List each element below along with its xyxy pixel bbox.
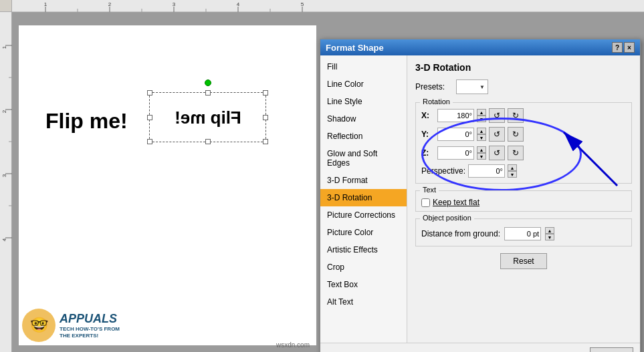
perspective-spin-down[interactable]: ▼ [508, 171, 517, 178]
y-rot-left[interactable]: ↺ [489, 127, 505, 142]
perspective-input[interactable] [468, 164, 505, 178]
ruler-top: 1 2 3 4 5 [0, 0, 644, 12]
menu-item-artistic-effects[interactable]: Artistic Effects [320, 241, 407, 258]
y-label: Y: [421, 130, 435, 139]
svg-text:5: 5 [301, 1, 304, 7]
handle-top-right[interactable] [263, 90, 268, 96]
ruler-v-svg: 1 2 3 4 [0, 12, 12, 352]
selection-box[interactable]: Flip me! [149, 92, 266, 142]
distance-input[interactable] [504, 227, 541, 240]
menu-item-text-box[interactable]: Text Box [320, 276, 407, 293]
menu-item-line-color[interactable]: Line Color [320, 75, 407, 93]
x-rot-right[interactable]: ↻ [508, 108, 524, 123]
rotation-section: Rotation X: ▲ ▼ ↺ ↻ [415, 102, 632, 184]
perspective-label: Perspective: [421, 166, 465, 176]
menu-item-glow-soft-edges[interactable]: Glow and Soft Edges [320, 145, 407, 172]
document-page: Flip me! Flip me! [19, 25, 316, 345]
handle-bot-left[interactable] [147, 139, 152, 144]
keep-text-flat-label[interactable]: Keep text flat [433, 198, 479, 207]
x-label: X: [421, 111, 435, 120]
handle-top-left[interactable] [147, 90, 152, 96]
reset-button[interactable]: Reset [500, 253, 546, 269]
menu-item-crop[interactable]: Crop [320, 258, 407, 276]
logo-icon: 🤓 [22, 309, 56, 342]
object-pos-title: Object position [420, 214, 474, 222]
svg-text:2: 2 [1, 110, 7, 113]
z-rot-right[interactable]: ↻ [508, 146, 524, 160]
menu-item-3d-format[interactable]: 3-D Format [320, 172, 407, 189]
svg-text:4: 4 [1, 238, 7, 241]
distance-spinner: ▲ ▼ [545, 227, 554, 240]
menu-item-picture-color[interactable]: Picture Color [320, 224, 407, 241]
flip-me-label: Flip me! [45, 109, 128, 134]
svg-text:1: 1 [1, 45, 7, 49]
menu-item-3d-rotation[interactable]: 3-D Rotation [320, 189, 407, 206]
svg-text:1: 1 [44, 1, 47, 7]
x-spin-up[interactable]: ▲ [477, 109, 486, 116]
logo-area: 🤓 APPUALS TECH HOW-TO'S FROMTHE EXPERTS! [22, 309, 120, 342]
logo-name: APPUALS [60, 312, 120, 326]
y-spin-down[interactable]: ▼ [477, 134, 486, 141]
menu-item-alt-text[interactable]: Alt Text [320, 293, 407, 311]
close-footer-button[interactable]: Close [590, 347, 633, 352]
menu-item-line-style[interactable]: Line Style [320, 93, 407, 110]
dialog-footer: Close [320, 343, 640, 352]
z-spinner: ▲ ▼ [477, 146, 486, 160]
ruler-svg: 1 2 3 4 5 [12, 0, 644, 12]
x-spin-down[interactable]: ▼ [477, 116, 486, 122]
distance-row: Distance from ground: ▲ ▼ [421, 227, 626, 240]
presets-label: Presets: [415, 82, 452, 92]
flipped-text: Flip me! [175, 107, 241, 128]
help-button[interactable]: ? [612, 42, 623, 53]
menu-item-shadow[interactable]: Shadow [320, 110, 407, 128]
menu-item-picture-corrections[interactable]: Picture Corrections [320, 206, 407, 224]
x-rotation-row: X: ▲ ▼ ↺ ↻ [421, 108, 626, 123]
text-section: Text Keep text flat [415, 190, 632, 212]
menu-item-reflection[interactable]: Reflection [320, 128, 407, 145]
text-section-title: Text [420, 186, 439, 194]
z-rot-left[interactable]: ↺ [489, 146, 505, 160]
distance-spin-up[interactable]: ▲ [545, 227, 554, 234]
svg-text:3: 3 [173, 1, 176, 7]
watermark: wsxdn.com [276, 341, 310, 349]
presets-row: Presets: ▼ [415, 79, 632, 94]
x-rot-left[interactable]: ↺ [489, 108, 505, 123]
y-rot-right[interactable]: ↻ [508, 127, 524, 142]
menu-item-fill[interactable]: Fill [320, 58, 407, 75]
x-spinner: ▲ ▼ [477, 109, 486, 122]
y-spin-up[interactable]: ▲ [477, 128, 486, 134]
format-shape-dialog: Format Shape ? × Fill Line Color Line St… [320, 39, 641, 352]
z-spin-down[interactable]: ▼ [477, 153, 486, 160]
z-input[interactable] [437, 146, 474, 160]
content-panel: 3-D Rotation Presets: ▼ Rotation [407, 55, 640, 343]
ruler-horizontal: 1 2 3 4 5 [12, 0, 644, 12]
keep-text-flat-row: Keep text flat [421, 198, 626, 207]
object-position-section: Object position Distance from ground: ▲ … [415, 218, 632, 246]
z-label: Z: [421, 148, 435, 158]
z-rotation-row: Z: ▲ ▼ ↺ ↻ [421, 146, 626, 160]
handle-bot-mid[interactable] [205, 139, 211, 144]
rotation-title: Rotation [420, 98, 453, 106]
svg-text:2: 2 [108, 1, 112, 7]
y-input[interactable] [437, 128, 474, 141]
presets-dropdown[interactable]: ▼ [456, 79, 488, 94]
document-area: Flip me! Flip me! 🤓 APPUALS TECH HOW-TO'… [12, 12, 644, 352]
dialog-controls: ? × [612, 42, 635, 53]
logo-tagline: TECH HOW-TO'S FROMTHE EXPERTS! [60, 326, 120, 339]
distance-spin-down[interactable]: ▼ [545, 234, 554, 240]
svg-text:3: 3 [1, 174, 7, 177]
main-area: 1 2 3 4 Flip me! [0, 12, 644, 352]
dialog-body: Fill Line Color Line Style Shadow Reflec… [320, 55, 640, 343]
handle-top-mid[interactable] [205, 90, 211, 96]
rotate-handle[interactable] [205, 79, 211, 86]
y-spinner: ▲ ▼ [477, 128, 486, 141]
z-spin-up[interactable]: ▲ [477, 146, 486, 153]
handle-mid-left[interactable] [147, 115, 152, 120]
keep-text-flat-checkbox[interactable] [421, 198, 430, 207]
x-input[interactable] [437, 109, 474, 122]
dialog-close-button[interactable]: × [624, 42, 635, 53]
perspective-spin-up[interactable]: ▲ [508, 164, 517, 171]
handle-bot-right[interactable] [263, 139, 268, 144]
handle-mid-right[interactable] [263, 115, 268, 120]
ruler-corner [0, 0, 12, 12]
